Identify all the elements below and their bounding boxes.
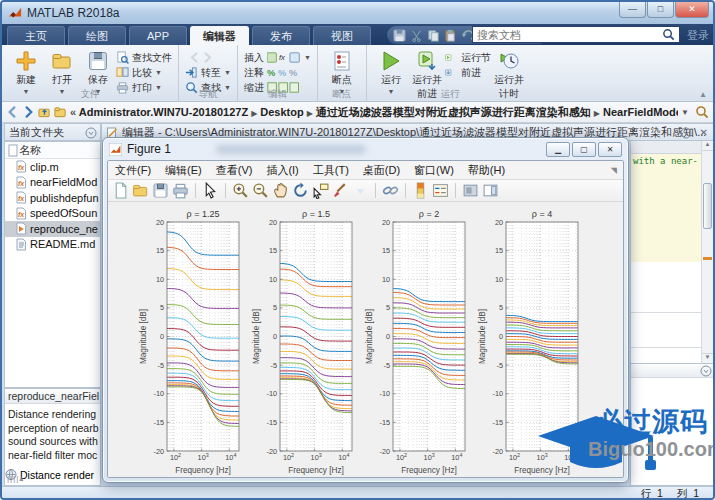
search-icon[interactable] [662, 28, 675, 41]
mfile-icon: fx [15, 207, 27, 220]
tab-publish[interactable]: 发布 [252, 26, 310, 45]
close-button[interactable]: ✕ [675, 2, 709, 18]
svg-text:fx: fx [18, 164, 25, 171]
files-column-header[interactable]: 名称 [5, 142, 100, 159]
breadcrumb-search-icon[interactable] [695, 105, 709, 119]
browse-folder-icon[interactable] [54, 105, 67, 119]
ribbon-collapse-icon[interactable]: ▲ [699, 90, 707, 99]
file-nearFieldMod[interactable]: fxnearFieldMod [5, 175, 100, 191]
save-icon[interactable] [393, 29, 406, 42]
breadcrumb-segment[interactable]: 通过近场滤波器模型对附近虚拟声源进行距离渲染和感知 [316, 106, 591, 118]
tab-view[interactable]: 视图 [313, 26, 371, 45]
file-list: fxclip.mfxnearFieldModfxpublishdepfunfxs… [5, 159, 100, 252]
details-description: Distance renderingperception of nearbsou… [5, 404, 100, 462]
copy-icon[interactable] [427, 29, 440, 42]
panel-menu-icon[interactable] [700, 365, 712, 377]
figure-menu-i[interactable]: 插入(I) [266, 163, 298, 178]
scroll-down-icon[interactable]: ▼ [702, 353, 713, 363]
scroll-up-icon[interactable]: ▲ [702, 141, 713, 151]
details-header[interactable]: reproduce_nearFiel [5, 389, 100, 404]
breadcrumb-segment[interactable]: Administrator.WIN7U-20180127Z [79, 106, 248, 118]
advance-button[interactable]: 前进 [445, 66, 491, 79]
tab-plots[interactable]: 绘图 [68, 26, 126, 45]
minimize-button[interactable]: — [619, 2, 646, 18]
figure-menu-w[interactable]: 窗口(W) [414, 163, 454, 178]
maximize-button[interactable]: □ [647, 2, 674, 18]
editor-close-icon[interactable]: ✕ [700, 125, 708, 141]
svg-text:102: 102 [170, 452, 181, 462]
figure-menu-d[interactable]: 桌面(D) [363, 163, 400, 178]
current-folder-header: 当前文件夹 [4, 123, 101, 141]
breadcrumb-segment[interactable]: Desktop [260, 106, 303, 118]
svg-text:103: 103 [198, 452, 209, 462]
svg-text:20: 20 [382, 218, 390, 227]
back-forward-button[interactable] [185, 51, 231, 64]
tab-apps[interactable]: APP [129, 26, 187, 45]
find-files-button[interactable]: 查找文件 [116, 51, 172, 64]
cut-icon[interactable] [410, 29, 423, 42]
file-publishdepfun[interactable]: fxpublishdepfun [5, 190, 100, 206]
link-plots-icon[interactable] [382, 182, 399, 199]
menubar-grip-icon: ◥ [611, 166, 617, 175]
tab-home[interactable]: 主页 [7, 26, 65, 45]
legend-icon[interactable] [432, 182, 449, 199]
figure-menu-f[interactable]: 文件(F) [115, 163, 151, 178]
file-clip.m[interactable]: fxclip.m [5, 159, 100, 175]
zoom-out-icon[interactable] [252, 182, 269, 199]
colorbar-icon[interactable] [412, 182, 429, 199]
brush-icon[interactable] [332, 182, 349, 199]
compare-icon [116, 66, 129, 79]
ribbon: 新建▼打开▼保存▼查找文件比较▼打印▼文件转至▼查找▼导航插入fx▼注释%%%缩… [2, 45, 713, 102]
printer-icon[interactable] [172, 182, 189, 199]
rotate-icon[interactable] [292, 182, 309, 199]
editor-scrollbar[interactable]: ▲ ▼ [701, 141, 713, 363]
figure-window-title: Figure 1 [127, 142, 171, 156]
paste-icon[interactable] [444, 29, 457, 42]
tab-editor[interactable]: 编辑器 [190, 26, 249, 45]
ribbon-group-navigate: 转至▼查找▼导航 [178, 45, 237, 101]
scrollbar-thumb[interactable] [703, 183, 712, 229]
figure-maximize-button[interactable]: ▢ [572, 142, 596, 157]
panel-menu-icon[interactable] [85, 127, 97, 139]
file-speedOfSoun[interactable]: fxspeedOfSoun [5, 206, 100, 222]
svg-text:103: 103 [424, 452, 435, 462]
data-cursor-icon[interactable] [312, 182, 329, 199]
figure-title-bar[interactable]: Figure 1 ▁ ▢ ✕ [103, 138, 628, 160]
insert-button[interactable]: 插入fx▼ [244, 51, 311, 64]
back-arrow-icon[interactable] [6, 105, 19, 119]
file-README.md[interactable]: README.md [5, 237, 100, 253]
dropdown-icon[interactable] [352, 182, 369, 199]
figure-menu-t[interactable]: 工具(T) [313, 163, 349, 178]
figure-menu-e[interactable]: 编辑(E) [165, 163, 202, 178]
login-link[interactable]: 登录 [687, 28, 709, 43]
new-doc-icon[interactable] [112, 182, 129, 199]
breadcrumb[interactable]: « Administrator.WIN7U-20180127Z▶Desktop▶… [70, 105, 678, 120]
figure-menu-h[interactable]: 帮助(H) [468, 163, 505, 178]
mfile-icon: fx [15, 176, 27, 189]
open-folder-icon[interactable] [132, 182, 149, 199]
comment-button[interactable]: 注释%%% [244, 66, 311, 79]
details-grip[interactable]: ||||▴ [7, 474, 24, 483]
compare-button[interactable]: 比较▼ [116, 66, 172, 79]
run-section-button[interactable]: 运行节 [445, 51, 491, 64]
figure-menu-v[interactable]: 查看(V) [216, 163, 253, 178]
breadcrumb-dropdown-icon[interactable]: ▼ [681, 108, 689, 117]
up-folder-icon[interactable] [38, 105, 51, 119]
plottools-hide-icon[interactable] [462, 182, 479, 199]
editor-panel-menu-icon[interactable] [680, 127, 692, 139]
forward-arrow-icon[interactable] [22, 105, 35, 119]
breadcrumb-segment[interactable]: NearFieldModel-master [603, 106, 678, 118]
figure-close-button[interactable]: ✕ [598, 142, 622, 157]
svg-text:ρ = 1.5: ρ = 1.5 [302, 209, 330, 219]
pan-icon[interactable] [272, 182, 289, 199]
save-disk-icon[interactable] [152, 182, 169, 199]
files-header-label: 名称 [19, 143, 41, 158]
zoom-in-icon[interactable] [232, 182, 249, 199]
search-input[interactable] [472, 26, 680, 43]
editor-code-text: with a near- [633, 156, 698, 166]
plottools-show-icon[interactable] [482, 182, 499, 199]
file-reproduce_ne[interactable]: reproduce_ne [5, 221, 100, 237]
goto-button[interactable]: 转至▼ [185, 66, 231, 79]
figure-minimize-button[interactable]: ▁ [546, 142, 570, 157]
cursor-icon[interactable] [202, 182, 219, 199]
